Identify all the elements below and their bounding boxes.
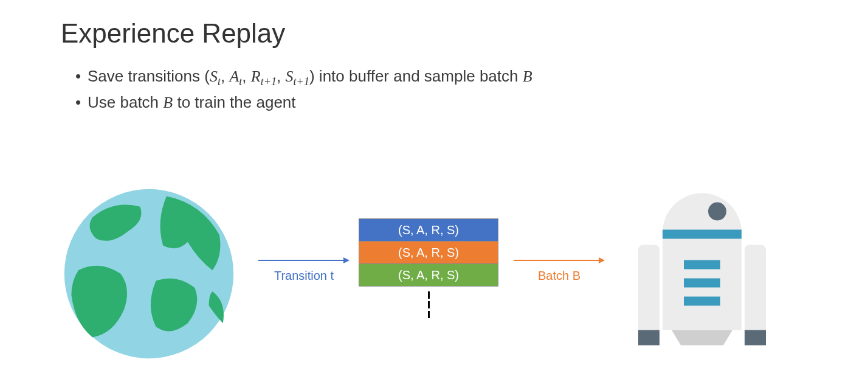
bullet-2-text-post: to train the agent — [173, 93, 295, 111]
svg-rect-6 — [745, 245, 766, 336]
globe-icon — [61, 186, 237, 362]
arrow-batch-label: Batch B — [511, 269, 608, 283]
bullet-1-B: B — [523, 68, 532, 85]
diagram: Transition t (S, A, R, S) (S, A, R, S) (… — [61, 189, 807, 365]
svg-rect-11 — [663, 230, 742, 239]
bullet-1-text-post: ) into buffer and sample batch — [309, 67, 523, 85]
bullet-1-A-sub: t — [239, 75, 242, 88]
svg-rect-13 — [684, 260, 720, 269]
svg-point-12 — [708, 203, 726, 221]
robot-icon — [626, 179, 778, 356]
bullet-1-R-sub: t+1 — [261, 75, 277, 88]
svg-rect-14 — [684, 279, 720, 288]
bullet-1-S-sub: t — [218, 75, 221, 88]
svg-marker-10 — [672, 330, 732, 346]
svg-marker-2 — [343, 257, 350, 263]
svg-marker-4 — [599, 257, 605, 263]
bullet-2-text-pre: Use batch — [88, 93, 163, 111]
buffer-row-2: (S, A, R, S) — [359, 263, 498, 287]
bullet-1-text-pre: Save transitions ( — [88, 67, 210, 85]
bullet-list: Save transitions (St, At, Rt+1, St+1) in… — [61, 67, 807, 112]
buffer-row-1: (S, A, R, S) — [359, 241, 498, 264]
arrow-transition: Transition t — [255, 256, 353, 283]
buffer-ellipsis-icon — [359, 291, 498, 318]
bullet-1: Save transitions (St, At, Rt+1, St+1) in… — [75, 67, 807, 88]
arrow-batch: Batch B — [511, 256, 608, 283]
arrow-transition-label: Transition t — [255, 269, 353, 283]
bullet-1-S2: S — [286, 68, 294, 85]
slide: Experience Replay Save transitions (St, … — [0, 0, 868, 379]
bullet-1-R: R — [251, 68, 261, 85]
svg-rect-5 — [638, 245, 660, 336]
bullet-1-A: A — [229, 68, 239, 85]
bullet-1-S: S — [210, 68, 218, 85]
svg-rect-15 — [684, 297, 720, 306]
svg-rect-7 — [638, 330, 660, 346]
buffer-row-0: (S, A, R, S) — [359, 218, 498, 242]
bullet-2-B: B — [163, 94, 173, 111]
svg-rect-8 — [745, 330, 766, 346]
replay-buffer: (S, A, R, S) (S, A, R, S) (S, A, R, S) — [359, 219, 498, 321]
slide-title: Experience Replay — [61, 18, 807, 49]
bullet-1-S2-sub: t+1 — [294, 75, 309, 88]
bullet-2: Use batch B to train the agent — [75, 93, 807, 112]
